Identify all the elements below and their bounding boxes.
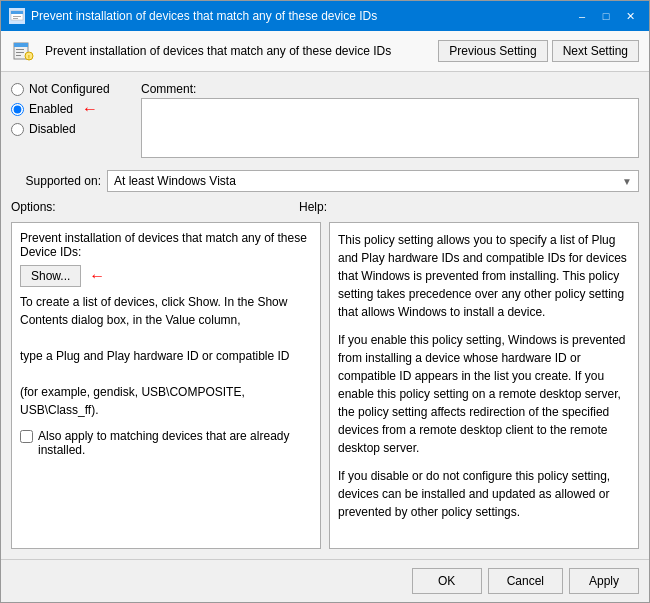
not-configured-label: Not Configured <box>29 82 110 96</box>
svg-rect-1 <box>11 11 23 14</box>
enabled-input[interactable] <box>11 103 24 116</box>
apply-button[interactable]: Apply <box>569 568 639 594</box>
svg-rect-2 <box>13 16 21 17</box>
radio-group: Not Configured Enabled ← Disabled <box>11 82 131 136</box>
title-bar-left: Prevent installation of devices that mat… <box>9 8 377 24</box>
enabled-label: Enabled <box>29 102 73 116</box>
svg-text:!: ! <box>28 54 30 61</box>
minimize-button[interactable]: – <box>571 7 593 25</box>
svg-rect-3 <box>13 18 18 19</box>
svg-rect-5 <box>14 43 28 47</box>
supported-row: Supported on: At least Windows Vista ▼ <box>11 170 639 192</box>
next-setting-button[interactable]: Next Setting <box>552 40 639 62</box>
enabled-arrow-icon: ← <box>82 100 98 118</box>
content-area: Not Configured Enabled ← Disabled Commen… <box>1 72 649 559</box>
svg-rect-6 <box>16 49 24 50</box>
supported-value: At least Windows Vista <box>114 174 236 188</box>
supported-label: Supported on: <box>11 174 101 188</box>
help-paragraph-3: If you disable or do not configure this … <box>338 467 630 521</box>
help-label: Help: <box>299 200 327 214</box>
title-text: Prevent installation of devices that mat… <box>31 9 377 23</box>
title-bar-controls: – □ ✕ <box>571 7 641 25</box>
options-description: Prevent installation of devices that mat… <box>20 231 312 259</box>
not-configured-input[interactable] <box>11 83 24 96</box>
disabled-radio[interactable]: Disabled <box>11 122 131 136</box>
disabled-input[interactable] <box>11 123 24 136</box>
header-title: Prevent installation of devices that mat… <box>45 44 428 58</box>
not-configured-radio[interactable]: Not Configured <box>11 82 131 96</box>
nav-buttons: Previous Setting Next Setting <box>438 40 639 62</box>
options-panel: Prevent installation of devices that mat… <box>11 222 321 549</box>
header-bar: ! Prevent installation of devices that m… <box>1 31 649 72</box>
also-apply-label: Also apply to matching devices that are … <box>38 429 312 457</box>
svg-rect-7 <box>16 52 24 53</box>
help-paragraph-1: This policy setting allows you to specif… <box>338 231 630 321</box>
show-button[interactable]: Show... <box>20 265 81 287</box>
help-panel: This policy setting allows you to specif… <box>329 222 639 549</box>
options-label: Options: <box>11 200 56 214</box>
also-apply-input[interactable] <box>20 430 33 443</box>
comment-section: Comment: <box>141 82 639 158</box>
dialog-icon <box>9 8 25 24</box>
supported-dropdown[interactable]: At least Windows Vista ▼ <box>107 170 639 192</box>
enabled-radio[interactable]: Enabled ← <box>11 100 131 118</box>
options-instruction: To create a list of devices, click Show.… <box>20 293 312 419</box>
svg-rect-8 <box>16 55 21 56</box>
main-panels: Prevent installation of devices that mat… <box>11 222 639 549</box>
ok-button[interactable]: OK <box>412 568 482 594</box>
main-dialog: Prevent installation of devices that mat… <box>0 0 650 603</box>
policy-icon: ! <box>11 39 35 63</box>
comment-textarea[interactable] <box>141 98 639 158</box>
bottom-bar: OK Cancel Apply <box>1 559 649 602</box>
maximize-button[interactable]: □ <box>595 7 617 25</box>
close-button[interactable]: ✕ <box>619 7 641 25</box>
cancel-button[interactable]: Cancel <box>488 568 563 594</box>
show-arrow-icon: ← <box>89 267 105 285</box>
previous-setting-button[interactable]: Previous Setting <box>438 40 547 62</box>
title-bar: Prevent installation of devices that mat… <box>1 1 649 31</box>
disabled-label: Disabled <box>29 122 76 136</box>
comment-label: Comment: <box>141 82 639 96</box>
also-apply-checkbox[interactable]: Also apply to matching devices that are … <box>20 429 312 457</box>
dropdown-arrow-icon: ▼ <box>622 176 632 187</box>
help-paragraph-2: If you enable this policy setting, Windo… <box>338 331 630 457</box>
